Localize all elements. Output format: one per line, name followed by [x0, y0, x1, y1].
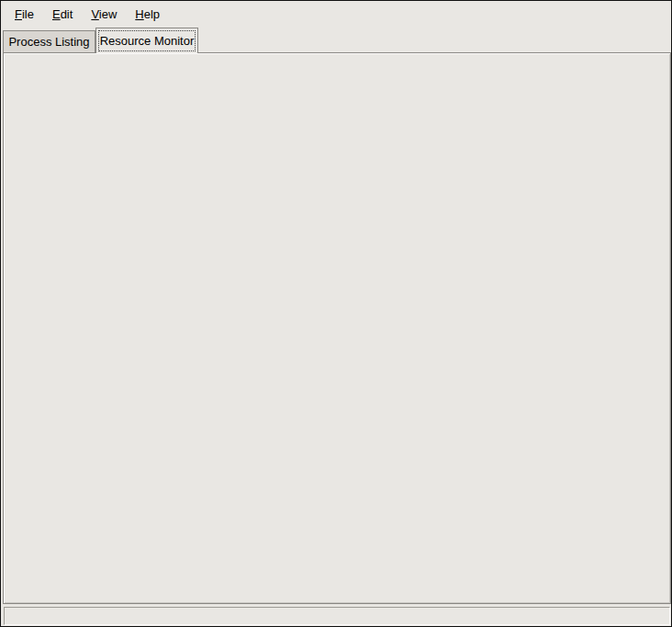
resource-monitor-page [3, 52, 671, 604]
tab-resource-monitor[interactable]: Resource Monitor [95, 28, 198, 53]
menu-help[interactable]: Help [126, 3, 169, 26]
tab-process-listing[interactable]: Process Listing [3, 30, 95, 52]
menu-edit[interactable]: Edit [43, 3, 82, 26]
menubar: File Edit View Help [2, 1, 670, 28]
status-bar [4, 607, 670, 625]
menu-view[interactable]: View [82, 3, 126, 26]
system-monitor-window: File Edit View Help Process Listing Reso… [0, 0, 672, 627]
menu-file[interactable]: File [6, 3, 43, 26]
